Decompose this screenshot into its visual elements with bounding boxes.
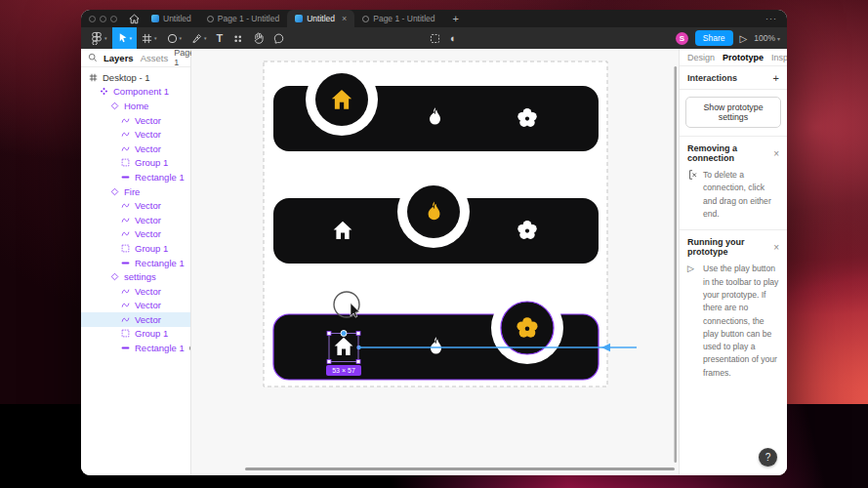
tab-inspect[interactable]: Inspect	[771, 53, 787, 62]
layer-row-vector[interactable]: Vector	[81, 213, 190, 227]
play-icon: ▷	[687, 263, 699, 380]
layer-row-rectangle-1[interactable]: Rectangle 1	[81, 256, 190, 270]
prototype-node-top[interactable]	[341, 331, 347, 337]
layer-row-settings[interactable]: settings	[81, 269, 190, 284]
selection-handle[interactable]	[356, 360, 360, 364]
vector-icon	[120, 229, 131, 238]
edit-object-tool[interactable]	[425, 27, 445, 49]
layer-row-vector[interactable]: Vector	[81, 198, 190, 213]
main-menu[interactable]: ▾	[86, 27, 112, 49]
layer-row-vector[interactable]: Vector	[81, 127, 190, 142]
window-controls	[81, 10, 124, 27]
vector-icon	[120, 301, 131, 309]
tab-label: Page 1 - Untitled	[373, 14, 434, 23]
resources-icon	[232, 33, 243, 44]
add-interaction-button[interactable]: +	[773, 72, 779, 84]
layer-label: Vector	[135, 286, 161, 297]
toolbar: ▾▾▾▾▾T ◐ S Share ▷ 100%▾	[81, 27, 787, 49]
layer-row-vector[interactable]: Vector	[81, 142, 190, 156]
layer-row-component-1[interactable]: Component 1	[81, 85, 190, 100]
text-tool[interactable]: T	[212, 27, 228, 49]
chevron-down-icon: ▾	[154, 35, 157, 41]
shape-tool[interactable]: ▾	[162, 27, 187, 49]
main-content: LayersAssets Page 1 ▾ Desktop - 1Compone…	[81, 49, 787, 475]
vertical-scrollbar[interactable]	[675, 66, 678, 463]
layer-row-fire[interactable]: Fire	[81, 184, 190, 199]
instance-icon	[109, 272, 120, 281]
help-button[interactable]: ?	[759, 448, 777, 467]
layer-row-rectangle-1[interactable]: Rectangle 1	[81, 170, 190, 184]
avatar[interactable]: S	[676, 32, 688, 45]
figma-file-icon	[151, 15, 159, 22]
layer-row-group-1[interactable]: Group 1	[81, 241, 190, 256]
share-button[interactable]: Share	[695, 30, 733, 46]
window-close-button[interactable]	[89, 16, 96, 22]
close-tab-icon[interactable]: ×	[342, 14, 347, 23]
move-tool[interactable]: ▾	[112, 27, 138, 49]
lock-icon[interactable]	[188, 343, 190, 353]
layer-row-rectangle-1[interactable]: Rectangle 1	[81, 341, 190, 355]
size-label: 53 × 57	[332, 367, 355, 374]
layer-row-vector[interactable]: Vector	[81, 299, 190, 313]
interactions-row: Interactions +	[680, 66, 787, 90]
comment-tool[interactable]	[269, 27, 289, 49]
zoom-select[interactable]: 100%▾	[754, 33, 780, 43]
layer-row-vector[interactable]: Vector	[81, 113, 190, 128]
sidebar-tab-assets[interactable]: Assets	[141, 53, 169, 63]
mask-tool[interactable]: ◐	[445, 27, 462, 49]
tab-strip: UntitledPage 1 - UntitledUntitled×Page 1…	[81, 10, 787, 27]
ellipse-icon	[167, 33, 178, 44]
group-icon	[120, 244, 131, 253]
vector-icon	[120, 144, 131, 153]
selection-handle[interactable]	[356, 332, 360, 336]
layer-row-group-1[interactable]: Group 1	[81, 327, 190, 342]
layer-row-desktop---1[interactable]: Desktop - 1	[81, 70, 190, 85]
pen-icon	[191, 33, 202, 44]
sidebar-tabs: LayersAssets	[103, 53, 168, 63]
layer-row-vector[interactable]: Vector	[81, 227, 190, 242]
file-tab-1[interactable]: Untitled	[144, 10, 199, 27]
tab-design[interactable]: Design	[687, 53, 715, 62]
window-minimize-button[interactable]	[100, 16, 106, 22]
layer-row-group-1[interactable]: Group 1	[81, 156, 190, 171]
vector-icon	[120, 216, 131, 224]
hand-tool[interactable]	[248, 27, 269, 49]
hand-icon	[253, 32, 264, 44]
selection-handle[interactable]	[327, 360, 331, 364]
more-menu-button[interactable]: ···	[756, 10, 787, 27]
layer-label: Vector	[135, 129, 161, 140]
canvas[interactable]: 53 × 57	[191, 49, 679, 475]
tip-card-2: Running your prototype×▷Use the play but…	[680, 229, 787, 388]
pen-tool[interactable]: ▾	[186, 27, 212, 49]
file-tab-3[interactable]: Untitled×	[287, 10, 354, 27]
tip-card-1: Removing a connection×To delete a connec…	[680, 136, 787, 229]
layer-row-vector[interactable]: Vector	[81, 312, 190, 327]
panel-tabs: DesignPrototypeInspect	[680, 49, 787, 66]
resources-tool[interactable]	[227, 27, 248, 49]
home-button[interactable]	[124, 10, 144, 27]
file-tab-2[interactable]: Page 1 - Untitled	[199, 10, 287, 27]
vector-icon	[120, 116, 131, 125]
frame-tool[interactable]: ▾	[137, 27, 162, 49]
comment-icon	[273, 33, 284, 44]
rect-line-icon	[120, 344, 131, 352]
layer-row-vector[interactable]: Vector	[81, 284, 190, 299]
home-icon	[129, 14, 140, 24]
window-zoom-button[interactable]	[110, 16, 117, 22]
connection-start-node[interactable]	[356, 346, 360, 349]
layer-row-home[interactable]: Home	[81, 99, 190, 113]
new-tab-button[interactable]: +	[443, 10, 469, 27]
file-tab-4[interactable]: Page 1 - Untitled	[354, 10, 442, 27]
present-play-icon[interactable]: ▷	[740, 33, 748, 44]
search-icon[interactable]	[88, 53, 98, 62]
sidebar-header: LayersAssets Page 1 ▾	[81, 49, 190, 67]
horizontal-scrollbar[interactable]	[245, 468, 675, 470]
close-icon[interactable]: ×	[773, 242, 779, 253]
layer-label: Home	[124, 101, 148, 111]
chevron-down-icon: ▾	[104, 35, 107, 41]
tab-prototype[interactable]: Prototype	[723, 53, 764, 62]
selection-handle[interactable]	[327, 332, 331, 336]
show-prototype-settings-button[interactable]: Show prototype settings	[685, 97, 781, 128]
close-icon[interactable]: ×	[773, 148, 779, 159]
sidebar-tab-layers[interactable]: Layers	[103, 53, 134, 63]
